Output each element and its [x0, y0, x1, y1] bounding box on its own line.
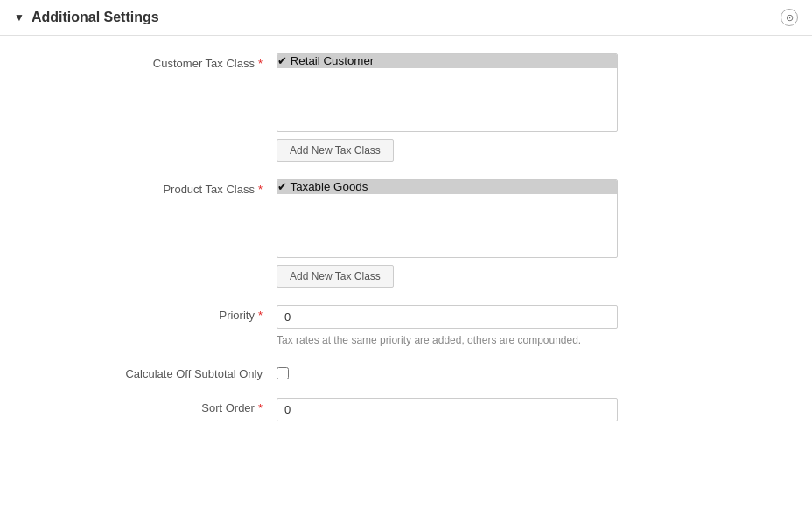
customer-tax-class-label: Customer Tax Class* — [14, 53, 276, 70]
customer-tax-class-listbox[interactable]: ✔ Retail Customer — [276, 53, 618, 132]
section-header: ▼ Additional Settings ⊙ — [0, 0, 812, 36]
calculate-off-subtotal-control — [276, 365, 644, 379]
product-tax-class-row: Product Tax Class* ✔ Taxable Goods Add N… — [0, 179, 812, 288]
section-title: Additional Settings — [32, 10, 159, 25]
calculate-off-subtotal-label: Calculate Off Subtotal Only — [14, 365, 276, 380]
collapse-icon[interactable]: ▼ — [14, 11, 24, 24]
customer-tax-class-row: Customer Tax Class* ✔ Retail Customer Ad… — [0, 53, 812, 162]
calculate-off-subtotal-checkbox[interactable] — [276, 367, 289, 379]
sort-order-label: Sort Order* — [14, 398, 276, 414]
priority-input[interactable] — [276, 305, 618, 329]
product-tax-class-label: Product Tax Class* — [14, 179, 276, 196]
add-new-product-tax-class-button[interactable]: Add New Tax Class — [276, 265, 394, 288]
product-tax-class-control: ✔ Taxable Goods Add New Tax Class — [276, 179, 644, 288]
priority-control: Tax rates at the same priority are added… — [276, 305, 644, 348]
add-new-customer-tax-class-button[interactable]: Add New Tax Class — [276, 139, 394, 162]
collapse-circle-button[interactable]: ⊙ — [780, 9, 798, 26]
sort-order-control — [276, 398, 644, 421]
priority-row: Priority* Tax rates at the same priority… — [0, 305, 812, 348]
priority-hint: Tax rates at the same priority are added… — [276, 332, 618, 348]
sort-order-input[interactable] — [276, 398, 618, 421]
sort-order-row: Sort Order* — [0, 398, 812, 421]
form-section: Customer Tax Class* ✔ Retail Customer Ad… — [0, 36, 812, 456]
product-tax-class-listbox[interactable]: ✔ Taxable Goods — [276, 179, 618, 258]
priority-label: Priority* — [14, 305, 276, 322]
customer-tax-class-control: ✔ Retail Customer Add New Tax Class — [276, 53, 644, 162]
calculate-off-subtotal-row: Calculate Off Subtotal Only — [0, 365, 812, 380]
